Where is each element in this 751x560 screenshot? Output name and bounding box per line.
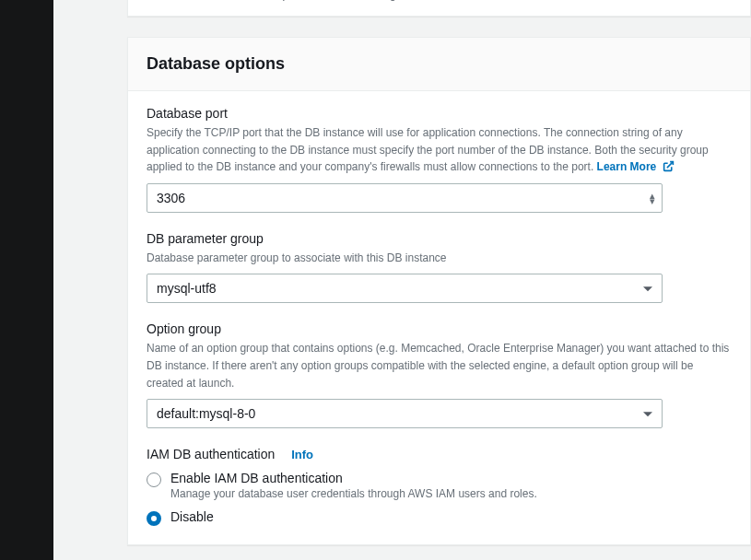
option-group-select[interactable]: default:mysql-8-0	[147, 399, 663, 428]
database-port-input[interactable]	[147, 183, 663, 213]
radio-circle-selected-icon	[147, 511, 161, 526]
radio-disable-iam[interactable]: Disable	[147, 509, 732, 526]
field-db-parameter-group: DB parameter group Database parameter gr…	[147, 231, 732, 304]
radio-enable-desc: Manage your database user credentials th…	[170, 487, 537, 500]
db-parameter-group-select[interactable]: mysql-utf8	[147, 274, 663, 303]
field-iam-db-auth: IAM DB authentication Info Enable IAM DB…	[147, 447, 732, 526]
learn-more-label: Learn More	[597, 160, 657, 173]
radio-enable-iam[interactable]: Enable IAM DB authentication Manage your…	[147, 471, 732, 500]
panel-header: Database options	[128, 38, 750, 91]
dark-left-gutter	[0, 0, 53, 560]
desc-db-parameter-group: Database parameter group to associate wi…	[147, 250, 732, 267]
label-iam-auth: IAM DB authentication	[147, 447, 275, 461]
panel-database-options: Database options Database port Specify t…	[127, 37, 751, 545]
db-parameter-group-value: mysql-utf8	[157, 281, 217, 296]
section-title-database-options: Database options	[147, 54, 732, 74]
info-link[interactable]: Info	[291, 448, 313, 461]
learn-more-link[interactable]: Learn More	[597, 160, 675, 173]
field-database-port: Database port Specify the TCP/IP port th…	[147, 106, 732, 213]
desc-option-group: Name of an option group that contains op…	[147, 340, 732, 391]
label-db-parameter-group: DB parameter group	[147, 231, 732, 246]
page-background: DB instance will not have a public IP ad…	[53, 0, 751, 560]
radio-circle-icon	[147, 472, 161, 487]
radio-enable-label: Enable IAM DB authentication	[170, 471, 537, 485]
field-option-group: Option group Name of an option group tha…	[147, 321, 732, 428]
option-group-value: default:mysql-8-0	[157, 406, 255, 421]
label-database-port: Database port	[147, 106, 732, 121]
label-option-group: Option group	[147, 321, 732, 336]
vpc-cutoff-text: DB instance will not have a public IP ad…	[128, 0, 750, 16]
radio-disable-label: Disable	[170, 509, 214, 524]
desc-database-port: Specify the TCP/IP port that the DB inst…	[147, 124, 732, 176]
panel-vpc-cutoff: DB instance will not have a public IP ad…	[127, 0, 751, 17]
external-link-icon	[663, 160, 675, 172]
